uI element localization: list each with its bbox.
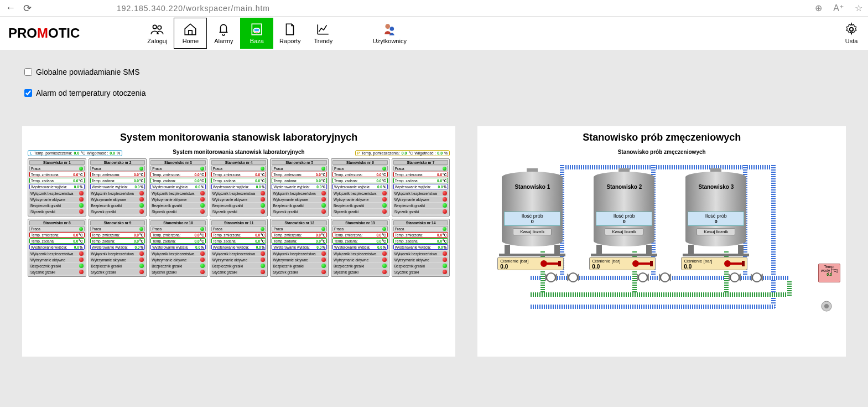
status-row: Wyłącznik bezpieczeństwa <box>272 251 327 256</box>
station-card[interactable]: Stanowisko nr 3 Praca Temp. zmierzona:0.… <box>149 158 207 217</box>
row-temp-zad: Temp. zadana:0.0°C <box>332 238 388 244</box>
station-card[interactable]: Stanowisko nr 14 Praca Temp. zmierzona:0… <box>392 219 450 277</box>
status-row: Wytrzymanie aktywne <box>272 257 327 262</box>
row-temp-zm: Temp. zmierzona:0.0°C <box>29 232 85 238</box>
refresh-icon[interactable]: ⟳ <box>23 2 32 14</box>
row-praca: Praca <box>211 226 267 231</box>
reset-counter-button[interactable]: Kasuj licznik <box>605 228 643 235</box>
svg-point-1 <box>158 26 162 30</box>
valve-icon[interactable] <box>637 271 649 284</box>
alarmy-button[interactable]: Alarmy <box>207 18 240 49</box>
station-card[interactable]: Stanowisko nr 12 Praca Temp. zmierzona:0… <box>270 219 329 277</box>
zaloguj-button[interactable]: Zaloguj <box>141 18 174 49</box>
station-card[interactable]: Stanowisko nr 11 Praca Temp. zmierzona:0… <box>210 219 268 277</box>
station-title: Stanowisko nr 12 <box>272 220 327 225</box>
alarm-checkbox[interactable] <box>24 89 32 97</box>
status-row: Stycznik grzałki <box>90 209 145 214</box>
reset-counter-button[interactable]: Kasuj licznik <box>697 228 735 235</box>
toolbar: PROMOTIC Zaloguj Home Alarmy Baza Raport… <box>0 17 868 50</box>
reset-counter-button[interactable]: Kasuj licznik <box>513 228 552 235</box>
uzytkownicy-button[interactable]: Użytkownicy <box>373 18 406 49</box>
station-title: Stanowisko nr 4 <box>211 160 267 165</box>
station-card[interactable]: Stanowisko nr 6 Praca Temp. zmierzona:0.… <box>331 158 389 217</box>
station-card[interactable]: Stanowisko nr 5 Praca Temp. zmierzona:0.… <box>270 158 329 217</box>
trendy-button[interactable]: Trendy <box>306 18 340 49</box>
row-wyster: Wysterowanie wyjścia:0.0% <box>332 184 388 189</box>
status-row: Wyłącznik bezpieczeństwa <box>272 190 327 196</box>
status-row: Wytrzymanie aktywne <box>29 197 85 202</box>
tank-prob-box: Ilość prób0 <box>504 212 560 226</box>
status-row: Stycznik grzałki <box>393 269 449 275</box>
status-row: Wytrzymanie aktywne <box>90 197 145 202</box>
status-row: Bezpiecznik grzałki <box>393 203 449 208</box>
svg-point-4 <box>254 28 260 32</box>
usta-button[interactable]: Usta <box>835 18 868 49</box>
row-temp-zm: Temp. zmierzona:0.0°C <box>90 232 145 238</box>
row-praca: Praca <box>29 226 85 231</box>
row-praca: Praca <box>150 166 206 171</box>
back-icon[interactable]: ← <box>6 2 15 14</box>
status-row: Bezpiecznik grzałki <box>332 263 388 269</box>
svg-point-40 <box>547 273 555 282</box>
station-card[interactable]: Stanowisko nr 10 Praca Temp. zmierzona:0… <box>149 219 207 277</box>
svg-rect-30 <box>546 262 559 265</box>
svg-point-6 <box>390 27 394 31</box>
alarm-label: Alarm od temperatury otoczenia <box>36 89 145 97</box>
tank: Stanowisko 2 Ilość prób0 Kasuj licznik <box>588 168 660 259</box>
env-right-box: P Temp. pomieszczenia:0.0°C Wilgotność :… <box>355 150 450 156</box>
row-praca: Praca <box>393 226 449 231</box>
station-card[interactable]: Stanowisko nr 9 Praca Temp. zmierzona:0.… <box>89 219 147 277</box>
row-wyster: Wysterowanie wyjścia:0.0% <box>211 244 267 250</box>
fatigue-panel: Stanowisko prób zmęczeniowych Stanowisko… <box>477 126 846 357</box>
row-wyster: Wysterowanie wyjścia:0.0% <box>90 184 145 189</box>
row-praca: Praca <box>332 226 388 231</box>
row-wyster: Wysterowanie wyjścia:0.0% <box>150 244 206 250</box>
home-button[interactable]: Home <box>174 18 207 49</box>
status-row: Wytrzymanie aktywne <box>332 197 388 202</box>
station-title: Stanowisko nr 5 <box>272 160 327 165</box>
row-temp-zad: Temp. zadana:0.0°C <box>90 178 145 183</box>
svg-rect-37 <box>742 261 745 266</box>
row-temp-zm: Temp. zmierzona:0.0°C <box>272 172 327 177</box>
valve-icon[interactable] <box>659 271 671 284</box>
svg-point-43 <box>569 273 578 282</box>
svg-rect-33 <box>638 262 651 265</box>
env-left-box: L Temp. pomieszczenia:0.0°C Wilgotność :… <box>28 150 122 156</box>
valve-icon[interactable] <box>545 271 557 284</box>
station-title: Stanowisko nr 9 <box>90 220 145 225</box>
read-aloud-icon[interactable]: A⁺ <box>833 3 844 13</box>
valve-icon[interactable] <box>567 271 579 284</box>
station-card[interactable]: Stanowisko nr 2 Praca Temp. zmierzona:0.… <box>89 158 147 217</box>
valve-icon[interactable] <box>751 271 763 284</box>
row-temp-zm: Temp. zmierzona:0.0°C <box>150 172 206 177</box>
svg-rect-27 <box>738 245 744 255</box>
station-card[interactable]: Stanowisko nr 1 Praca Temp. zmierzona:0.… <box>28 158 86 217</box>
svg-point-5 <box>386 24 391 29</box>
row-praca: Praca <box>272 166 327 171</box>
valve-icon[interactable] <box>729 271 741 284</box>
row-temp-zad: Temp. zadana:0.0°C <box>393 178 449 183</box>
svg-point-7 <box>850 28 854 32</box>
status-row: Stycznik grzałki <box>29 269 85 275</box>
raporty-button[interactable]: Raporty <box>273 18 306 49</box>
status-row: Stycznik grzałki <box>272 209 327 214</box>
tank-name: Stanowisko 1 <box>496 184 568 190</box>
station-card[interactable]: Stanowisko nr 4 Praca Temp. zmierzona:0.… <box>210 158 268 217</box>
row-temp-zad: Temp. zadana:0.0°C <box>272 178 327 183</box>
status-row: Wyłącznik bezpieczeństwa <box>150 190 206 196</box>
svg-rect-31 <box>558 261 561 266</box>
station-card[interactable]: Stanowisko nr 7 Praca Temp. zmierzona:0.… <box>392 158 450 217</box>
baza-button[interactable]: Baza <box>240 18 273 49</box>
svg-rect-26 <box>688 245 694 255</box>
svg-point-52 <box>730 273 739 282</box>
favorite-icon[interactable]: ☆ <box>855 3 862 13</box>
database-icon <box>250 22 264 37</box>
sms-checkbox[interactable] <box>24 68 32 76</box>
status-row: Wyłącznik bezpieczeństwa <box>211 190 267 196</box>
row-praca: Praca <box>90 166 145 171</box>
station-card[interactable]: Stanowisko nr 8 Praca Temp. zmierzona:0.… <box>28 219 86 277</box>
status-row: Wyłącznik bezpieczeństwa <box>332 251 388 256</box>
gauge-icon <box>539 259 562 268</box>
zoom-icon[interactable]: ⊕ <box>815 3 822 13</box>
station-card[interactable]: Stanowisko nr 13 Praca Temp. zmierzona:0… <box>331 219 389 277</box>
